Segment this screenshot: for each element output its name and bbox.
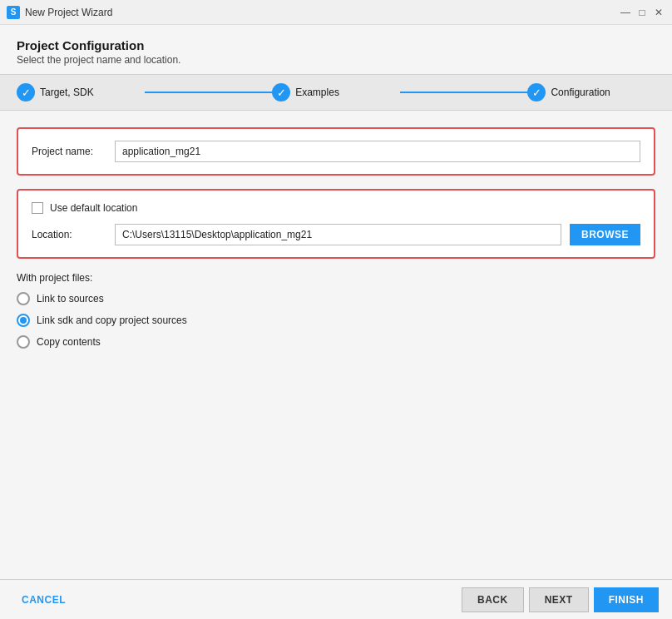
bottom-bar: CANCEL BACK NEXT FINISH xyxy=(0,579,672,619)
step-connector-2 xyxy=(400,92,528,93)
minimize-button[interactable]: — xyxy=(619,6,632,19)
location-row: Location: BROWSE xyxy=(32,224,640,245)
project-files-group: With project files: Link to sources Link… xyxy=(17,272,655,349)
radio-label-link-sdk: Link sdk and copy project sources xyxy=(37,314,187,326)
step-label-target-sdk: Target, SDK xyxy=(40,87,94,98)
next-button[interactable]: NEXT xyxy=(529,587,589,612)
page-header: Project Configuration Select the project… xyxy=(0,25,672,74)
radio-label-link-sources: Link to sources xyxy=(37,293,104,305)
location-input[interactable] xyxy=(115,224,561,245)
radio-row-copy-contents: Copy contents xyxy=(17,335,655,349)
finish-button[interactable]: FINISH xyxy=(594,587,659,612)
project-name-label: Project name: xyxy=(32,146,106,157)
project-files-label: With project files: xyxy=(17,272,655,284)
step-check-target-sdk: ✓ xyxy=(17,83,35,102)
main-content: Project name: Use default location Locat… xyxy=(0,111,672,579)
radio-link-sources[interactable] xyxy=(17,292,30,305)
location-section: Use default location Location: BROWSE xyxy=(17,189,655,259)
step-check-configuration: ✓ xyxy=(527,83,546,102)
cancel-button[interactable]: CANCEL xyxy=(13,589,74,611)
step-connector-1 xyxy=(145,92,273,93)
title-bar: S New Project Wizard — □ ✕ xyxy=(0,0,672,25)
project-name-input[interactable] xyxy=(115,141,640,162)
radio-label-copy-contents: Copy contents xyxy=(37,336,101,348)
step-configuration: ✓ Configuration xyxy=(527,83,655,102)
app-icon: S xyxy=(7,6,20,19)
radio-link-sdk[interactable] xyxy=(17,314,30,327)
radio-copy-contents[interactable] xyxy=(17,335,30,349)
step-examples: ✓ Examples xyxy=(272,83,400,102)
project-name-section: Project name: xyxy=(17,127,655,176)
browse-button[interactable]: BROWSE xyxy=(570,224,640,245)
step-label-examples: Examples xyxy=(295,87,339,98)
page-subtitle: Select the project name and location. xyxy=(17,54,655,66)
radio-row-link-sources: Link to sources xyxy=(17,292,655,305)
step-target-sdk: ✓ Target, SDK xyxy=(17,83,145,102)
wizard-body: Project Configuration Select the project… xyxy=(0,25,672,619)
project-name-row: Project name: xyxy=(32,141,640,162)
back-button[interactable]: BACK xyxy=(462,587,524,612)
close-button[interactable]: ✕ xyxy=(652,6,665,19)
radio-row-link-sdk: Link sdk and copy project sources xyxy=(17,314,655,327)
use-default-location-row: Use default location xyxy=(32,202,640,214)
step-check-examples: ✓ xyxy=(272,83,290,102)
maximize-button[interactable]: □ xyxy=(635,6,649,19)
use-default-location-checkbox[interactable] xyxy=(32,202,43,214)
page-title: Project Configuration xyxy=(17,38,655,52)
step-label-configuration: Configuration xyxy=(551,87,610,98)
use-default-location-label: Use default location xyxy=(50,202,137,214)
steps-bar: ✓ Target, SDK ✓ Examples ✓ Configuration xyxy=(0,74,672,111)
location-label: Location: xyxy=(32,229,106,240)
title-bar-controls: — □ ✕ xyxy=(619,6,665,19)
title-bar-text: New Project Wizard xyxy=(25,7,619,18)
